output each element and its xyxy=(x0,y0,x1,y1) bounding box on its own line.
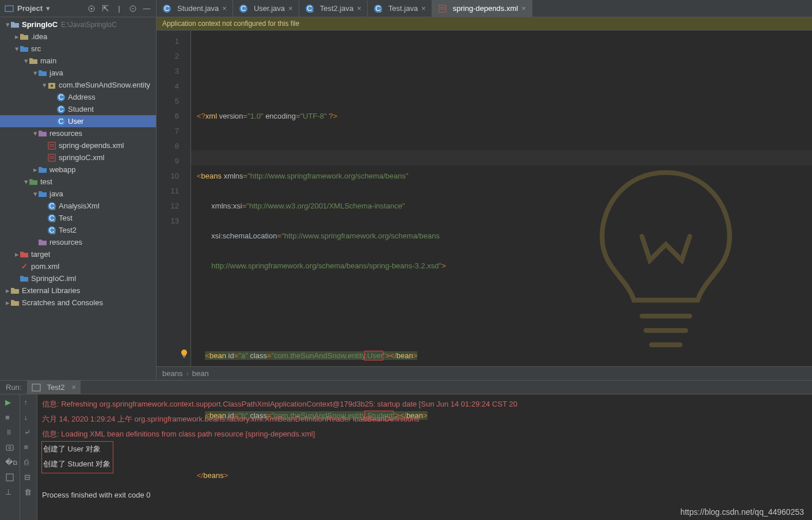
tab-test-java[interactable]: CTest.java× xyxy=(368,0,432,17)
project-tree[interactable]: ▾SpringIoCE:\Java\SpringIoC▸.idea▾src▾ma… xyxy=(0,17,156,380)
gutter[interactable]: 12345678910111213 xyxy=(157,31,191,366)
tree-item-scratches-and-consoles[interactable]: ▸Scratches and Consoles xyxy=(0,297,156,309)
tree-item-java[interactable]: ▾java xyxy=(0,67,156,79)
class-icon: C xyxy=(162,4,171,13)
collapse-icon[interactable]: ⇱ xyxy=(101,4,110,13)
close-icon[interactable]: × xyxy=(357,4,361,13)
folder-test-icon xyxy=(29,177,38,187)
tree-item-resources[interactable]: ▾resources xyxy=(0,127,156,139)
tree-item-test[interactable]: ▾test xyxy=(0,176,156,188)
run-toolbar-left: ▶ ■ ⏸ �םּ ⊥ xyxy=(0,394,20,520)
expand-arrow[interactable]: ▾ xyxy=(23,177,29,186)
expand-arrow[interactable]: ▸ xyxy=(32,165,38,174)
expand-arrow[interactable]: ▸ xyxy=(14,32,20,41)
close-icon[interactable]: × xyxy=(521,4,526,13)
console-line: 信息: Refreshing org.springframework.conte… xyxy=(42,397,807,412)
wrap-icon[interactable]: ⤶ xyxy=(24,428,33,437)
tab-student-java[interactable]: CStudent.java× xyxy=(157,0,233,17)
intention-bulb-icon[interactable] xyxy=(180,348,189,358)
tree-item-target[interactable]: ▸target xyxy=(0,248,156,260)
expand-arrow[interactable]: ▸ xyxy=(5,298,10,307)
tag-beans: beans xyxy=(201,172,222,180)
tree-item-test[interactable]: CTest xyxy=(0,212,156,224)
run-tool-window: Run: Test2× ▶ ■ ⏸ �םּ ⊥ ↑ ↓ ⤶ ≡ ⎙ ⊟ 🗑 信息… xyxy=(0,380,812,520)
tab-spring-depends-xml[interactable]: spring-depends.xml× xyxy=(432,0,532,17)
scroll-icon[interactable]: ≡ xyxy=(24,443,33,452)
editor-tabs: CStudent.java×CUser.java×CTest2.java×CTe… xyxy=(157,0,812,17)
close-icon[interactable]: × xyxy=(421,4,426,13)
tree-item-java[interactable]: ▾java xyxy=(0,188,156,200)
tab-user-java[interactable]: CUser.java× xyxy=(233,0,299,17)
xml-icon xyxy=(438,4,447,13)
tree-item-test2[interactable]: CTest2 xyxy=(0,224,156,236)
close-icon[interactable]: × xyxy=(222,4,227,13)
expand-arrow[interactable]: ▾ xyxy=(32,129,38,138)
close-icon[interactable]: × xyxy=(288,4,293,13)
run-tab[interactable]: Test2× xyxy=(27,381,81,394)
pause-icon[interactable]: ⏸ xyxy=(5,428,14,437)
console-highlight-box: 创建了 User 对象创建了 Student 对象 xyxy=(42,442,113,473)
tree-item-springioc[interactable]: ▾SpringIoCE:\Java\SpringIoC xyxy=(0,18,156,31)
svg-rect-39 xyxy=(439,5,446,12)
breadcrumb-item[interactable]: beans xyxy=(162,369,182,378)
console-output[interactable]: 信息: Refreshing org.springframework.conte… xyxy=(37,394,812,520)
tree-item--idea[interactable]: ▸.idea xyxy=(0,31,156,43)
target-icon[interactable] xyxy=(87,4,96,13)
expand-arrow[interactable]: ▾ xyxy=(32,69,38,77)
tree-item-resources[interactable]: resources xyxy=(0,236,156,248)
tree-item-src[interactable]: ▾src xyxy=(0,43,156,55)
folder-src-icon xyxy=(38,69,47,78)
module-icon xyxy=(10,20,20,29)
expand-arrow[interactable]: ▾ xyxy=(5,20,10,29)
tree-item-springioc-xml[interactable]: springIoC.xml xyxy=(0,151,156,164)
camera-icon[interactable] xyxy=(5,443,14,452)
folder-res-icon xyxy=(38,238,47,247)
layout-icon[interactable] xyxy=(5,473,14,482)
expand-arrow[interactable]: ▾ xyxy=(41,81,47,89)
tree-item-student[interactable]: CStudent xyxy=(0,103,156,115)
expand-arrow[interactable]: ▸ xyxy=(14,250,20,259)
expand-arrow[interactable]: ▾ xyxy=(23,56,29,65)
folder-icon xyxy=(29,56,38,66)
expand-arrow[interactable]: ▸ xyxy=(5,286,10,295)
rerun-icon[interactable]: ▶ xyxy=(5,398,14,407)
hide-icon[interactable]: — xyxy=(142,4,151,13)
tree-item-analysisxml[interactable]: CAnalysisXml xyxy=(0,200,156,212)
tree-item-springioc-iml[interactable]: SpringIoC.iml xyxy=(0,272,156,284)
run-label: Run: xyxy=(0,383,27,392)
package-icon xyxy=(47,81,56,90)
tree-item-spring-depends-xml[interactable]: spring-depends.xml xyxy=(0,139,156,151)
context-banner[interactable]: Application context not configured for t… xyxy=(157,17,812,31)
expand-arrow[interactable]: ▾ xyxy=(32,189,38,198)
project-title[interactable]: Project xyxy=(17,4,43,13)
tree-item-external-libraries[interactable]: ▸External Libraries xyxy=(0,284,156,297)
tree-item-main[interactable]: ▾main xyxy=(0,55,156,67)
up-icon[interactable]: ↑ xyxy=(24,398,33,407)
svg-point-4 xyxy=(132,8,134,9)
down-icon[interactable]: ↓ xyxy=(24,413,33,422)
tree-item-user[interactable]: CUser xyxy=(0,115,156,127)
stop-icon[interactable]: ■ xyxy=(5,413,14,422)
exit-icon[interactable]: �םּ xyxy=(5,458,14,467)
print-icon[interactable]: ⎙ xyxy=(24,458,33,467)
xml-icon xyxy=(47,153,56,162)
tree-item-pom-xml[interactable]: ✓pom.xml xyxy=(0,260,156,272)
svg-rect-13 xyxy=(48,142,55,149)
svg-rect-16 xyxy=(48,154,55,161)
close-icon[interactable]: × xyxy=(72,383,77,392)
tab-test2-java[interactable]: CTest2.java× xyxy=(299,0,368,17)
class-run-icon: C xyxy=(47,214,56,223)
tree-item-webapp[interactable]: ▸webapp xyxy=(0,164,156,176)
run-toolbar-left2: ↑ ↓ ⤶ ≡ ⎙ ⊟ 🗑 xyxy=(20,394,37,520)
tree-item-address[interactable]: CAddress xyxy=(0,91,156,103)
code-editor[interactable]: <?xml version="1.0" encoding="UTF-8" ?> … xyxy=(191,31,812,366)
class-run-icon: C xyxy=(373,4,383,13)
pin-icon[interactable]: ⊥ xyxy=(5,488,14,497)
expand-arrow[interactable]: ▾ xyxy=(14,44,20,53)
trash-icon[interactable]: 🗑 xyxy=(24,488,33,497)
svg-rect-49 xyxy=(6,474,13,481)
settings-icon[interactable] xyxy=(128,4,138,13)
clear-icon[interactable]: ⊟ xyxy=(24,473,33,482)
class-run-icon: C xyxy=(305,4,314,13)
tree-item-com-thesunandsnow-entity[interactable]: ▾com.theSunAndSnow.entity xyxy=(0,79,156,91)
